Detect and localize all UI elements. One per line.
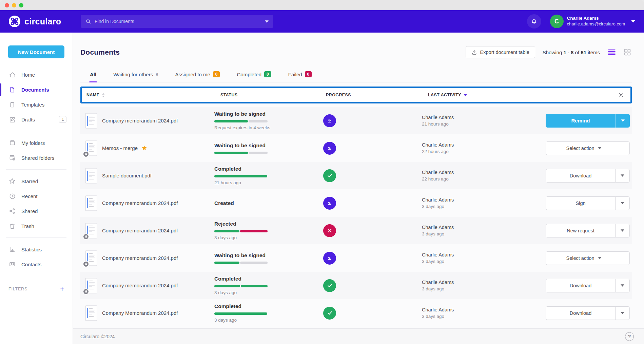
table-row[interactable]: Company memorandum 2024.pdf Waiting to b… [80, 244, 632, 272]
new-request-button[interactable]: New request [546, 224, 630, 237]
signature-status-icon[interactable] [323, 197, 336, 210]
table-row[interactable]: Company memorandum 2024.pdf Completed 3 … [80, 272, 632, 299]
document-name[interactable]: Company memorandum 2024.pdf [102, 283, 178, 288]
progress-bar [214, 285, 268, 287]
column-header-progress[interactable]: PROGRESS [326, 93, 428, 97]
table-settings-gear-icon[interactable] [618, 92, 627, 98]
tab-all[interactable]: All [89, 68, 97, 82]
signature-status-icon[interactable] [323, 114, 336, 127]
action-button-label[interactable]: Download [546, 279, 615, 292]
action-dropdown-caret-icon[interactable] [598, 257, 609, 259]
sidebar-item-statistics[interactable]: Statistics [0, 242, 73, 257]
status-label: Completed [214, 276, 310, 282]
sidebar-item-documents[interactable]: Documents [0, 82, 73, 97]
signature-status-icon[interactable] [323, 252, 336, 265]
sidebar-item-home[interactable]: Home [0, 67, 73, 82]
search-input[interactable] [95, 19, 261, 24]
tab-completed[interactable]: Completed 0 [236, 68, 272, 82]
table-row[interactable]: Company Memorandum 2024.pdf Completed 3 … [80, 299, 632, 327]
document-name[interactable]: Company memorandum 2024.pdf [102, 118, 178, 123]
action-button-label[interactable]: Remind [546, 114, 616, 128]
export-document-table-button[interactable]: Export document table [466, 46, 535, 58]
tab-assigned-to-me[interactable]: Assigned to me 0 [174, 68, 220, 82]
download-button[interactable]: Download [546, 279, 630, 292]
search-scope-caret-icon[interactable] [265, 20, 269, 23]
sidebar-item-drafts[interactable]: Drafts 1 [0, 112, 73, 127]
action-button-label[interactable]: New request [546, 224, 615, 237]
remind-button[interactable]: Remind [546, 114, 630, 128]
folder-icon [8, 139, 16, 147]
action-button-label[interactable]: Download [546, 307, 615, 320]
action-dropdown-caret-icon[interactable] [615, 169, 629, 182]
sidebar-item-contacts[interactable]: Contacts [0, 257, 73, 272]
user-menu[interactable]: C Charlie Adams charlie.adams@circularo.… [550, 15, 635, 28]
action-dropdown-caret-icon[interactable] [616, 114, 630, 128]
cross-status-icon[interactable] [323, 224, 336, 237]
signature-status-icon[interactable] [323, 142, 336, 155]
sort-icon[interactable] [102, 93, 105, 97]
check-status-icon[interactable] [323, 279, 336, 292]
select-action-button[interactable]: Select action [546, 141, 630, 155]
action-dropdown-caret-icon[interactable] [615, 224, 629, 237]
action-button-label[interactable]: Download [546, 169, 615, 182]
action-button-label[interactable]: Select action [546, 252, 629, 265]
sidebar-item-shared-folders[interactable]: Shared folders [0, 150, 73, 165]
table-row[interactable]: Sample document.pdf Completed 21 hours a… [80, 162, 632, 189]
page-footer: Circularo ©2024 ? [73, 328, 644, 344]
check-status-icon[interactable] [323, 169, 336, 182]
list-view-button[interactable] [607, 48, 616, 56]
tab-waiting-for-others[interactable]: Waiting for others 8 [113, 68, 159, 82]
grid-view-button[interactable] [623, 48, 632, 56]
document-tabs: All Waiting for others 8 Assigned to me … [80, 68, 632, 82]
column-header-status[interactable]: STATUS [220, 93, 326, 97]
sidebar-item-trash[interactable]: Trash [0, 218, 73, 233]
document-name[interactable]: Company memorandum 2024.pdf [102, 228, 178, 233]
minimize-window-button[interactable] [12, 3, 16, 7]
close-window-button[interactable] [5, 3, 9, 7]
showing-items-count: Showing 1 - 8 of 61 items [543, 50, 600, 55]
check-status-icon[interactable] [323, 307, 336, 320]
column-header-name[interactable]: NAME [86, 93, 220, 97]
star-icon[interactable] [141, 145, 148, 151]
new-document-button[interactable]: New Document [8, 45, 64, 58]
document-name[interactable]: Memos - merge [102, 145, 138, 151]
action-dropdown-caret-icon[interactable] [615, 197, 629, 210]
action-dropdown-caret-icon[interactable] [598, 147, 609, 149]
action-button-label[interactable]: Select action [546, 142, 629, 155]
document-name[interactable]: Sample document.pdf [102, 173, 152, 178]
add-filter-button[interactable]: + [60, 286, 64, 292]
sign-button[interactable]: Sign [546, 196, 630, 210]
bell-icon [531, 18, 538, 25]
notifications-button[interactable] [527, 14, 541, 28]
brand-logo[interactable]: circularo [8, 15, 73, 28]
last-activity-user: Charlie Adams [422, 197, 544, 203]
zoom-window-button[interactable] [19, 3, 23, 7]
table-row[interactable]: Memos - merge Waiting to be signed Charl… [80, 134, 632, 162]
search-bar[interactable] [81, 15, 273, 28]
last-activity-user: Charlie Adams [422, 225, 544, 230]
sidebar-item-recent[interactable]: Recent [0, 189, 73, 204]
sidebar: New Document Home Documents Templates Dr… [0, 33, 73, 344]
sidebar-item-shared[interactable]: Shared [0, 204, 73, 218]
sidebar-item-my-folders[interactable]: My folders [0, 135, 73, 150]
action-dropdown-caret-icon[interactable] [615, 279, 629, 292]
sidebar-item-label: Shared [21, 208, 66, 214]
select-action-button[interactable]: Select action [546, 251, 630, 265]
action-button-label[interactable]: Sign [546, 197, 615, 210]
table-row[interactable]: Company memorandum 2024.pdf Created Char… [80, 189, 632, 217]
sidebar-item-templates[interactable]: Templates [0, 97, 73, 112]
macos-titlebar [0, 0, 644, 10]
document-name[interactable]: Company Memorandum 2024.pdf [102, 310, 178, 316]
download-button[interactable]: Download [546, 169, 630, 183]
table-row[interactable]: Company memorandum 2024.pdf Rejected 3 d… [80, 217, 632, 244]
download-button[interactable]: Download [546, 306, 630, 320]
document-name[interactable]: Company memorandum 2024.pdf [102, 200, 178, 206]
tab-failed[interactable]: Failed 0 [288, 68, 313, 82]
table-row[interactable]: Company memorandum 2024.pdf Waiting to b… [80, 107, 632, 134]
sidebar-item-starred[interactable]: Starred [0, 174, 73, 189]
action-dropdown-caret-icon[interactable] [615, 307, 629, 320]
column-header-last-activity[interactable]: LAST ACTIVITY [428, 93, 550, 97]
help-icon[interactable]: ? [625, 332, 634, 341]
last-activity-time: 22 hours ago [422, 149, 544, 154]
document-name[interactable]: Company memorandum 2024.pdf [102, 255, 178, 261]
